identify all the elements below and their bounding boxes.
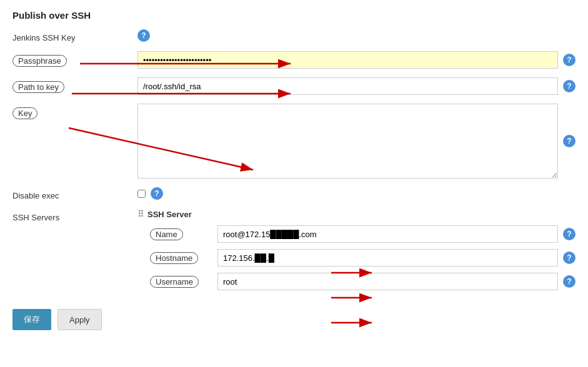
- ssh-servers-row: SSH Servers ⠿ SSH Server Name ?: [12, 209, 576, 296]
- ssh-name-input[interactable]: [217, 225, 558, 243]
- key-label: Key: [12, 104, 137, 119]
- path-to-key-field: ?: [137, 77, 576, 95]
- key-field: ?: [137, 104, 576, 179]
- ssh-server-inner: Name ? Hostname ?: [137, 225, 576, 290]
- ssh-hostname-row: Hostname ?: [150, 249, 576, 267]
- passphrase-help[interactable]: ?: [563, 54, 576, 66]
- passphrase-input[interactable]: [137, 51, 558, 69]
- key-textarea[interactable]: [137, 104, 558, 179]
- ssh-servers-label: SSH Servers: [12, 209, 137, 222]
- key-label-text: Key: [12, 107, 37, 119]
- disable-exec-checkbox[interactable]: [137, 190, 146, 198]
- ssh-hostname-label-text: Hostname: [150, 252, 198, 264]
- disable-exec-label: Disable exec: [12, 187, 137, 200]
- path-to-key-label-text: Path to key: [12, 81, 64, 93]
- ssh-name-row: Name ?: [150, 225, 576, 243]
- ssh-username-help[interactable]: ?: [563, 275, 576, 288]
- ssh-username-label-text: Username: [150, 276, 199, 288]
- button-row: 保存 Apply: [12, 309, 576, 330]
- disable-exec-checkbox-row: [137, 190, 146, 198]
- key-row: Key ?: [12, 104, 576, 179]
- path-to-key-row: Path to key ?: [12, 77, 576, 95]
- passphrase-label: Passphrase: [12, 51, 137, 67]
- ssh-hostname-input[interactable]: [217, 249, 558, 267]
- ssh-name-help[interactable]: ?: [563, 228, 576, 240]
- disable-exec-help[interactable]: ?: [151, 187, 163, 200]
- path-to-key-input[interactable]: [137, 77, 558, 95]
- passphrase-label-text: Passphrase: [12, 55, 67, 67]
- ssh-name-label-text: Name: [150, 228, 183, 240]
- save-button[interactable]: 保存: [12, 309, 51, 330]
- ssh-username-row: Username ?: [150, 273, 576, 290]
- passphrase-row: Passphrase ?: [12, 51, 576, 69]
- disable-exec-row: Disable exec ?: [12, 187, 576, 200]
- ssh-servers-content: ⠿ SSH Server Name ? Hostn: [137, 209, 576, 296]
- ssh-username-label: Username: [150, 276, 212, 288]
- path-to-key-help[interactable]: ?: [563, 80, 576, 92]
- drag-icon: ⠿: [137, 209, 144, 219]
- jenkins-ssh-key-field: ?: [137, 29, 576, 42]
- apply-button[interactable]: Apply: [57, 309, 102, 330]
- ssh-hostname-help[interactable]: ?: [563, 252, 576, 264]
- passphrase-field: ?: [137, 51, 576, 69]
- ssh-server-header-text: SSH Server: [147, 210, 192, 219]
- ssh-hostname-label: Hostname: [150, 252, 212, 264]
- page-title: Publish over SSH: [12, 10, 576, 21]
- jenkins-ssh-key-help[interactable]: ?: [137, 29, 150, 42]
- key-help[interactable]: ?: [563, 135, 576, 147]
- path-to-key-label: Path to key: [12, 77, 137, 93]
- jenkins-ssh-key-label: Jenkins SSH Key: [12, 29, 137, 42]
- ssh-server-header: ⠿ SSH Server: [137, 209, 576, 219]
- disable-exec-field: ?: [137, 187, 576, 200]
- ssh-name-label: Name: [150, 228, 212, 240]
- jenkins-ssh-key-row: Jenkins SSH Key ?: [12, 29, 576, 42]
- ssh-username-input[interactable]: [217, 273, 558, 290]
